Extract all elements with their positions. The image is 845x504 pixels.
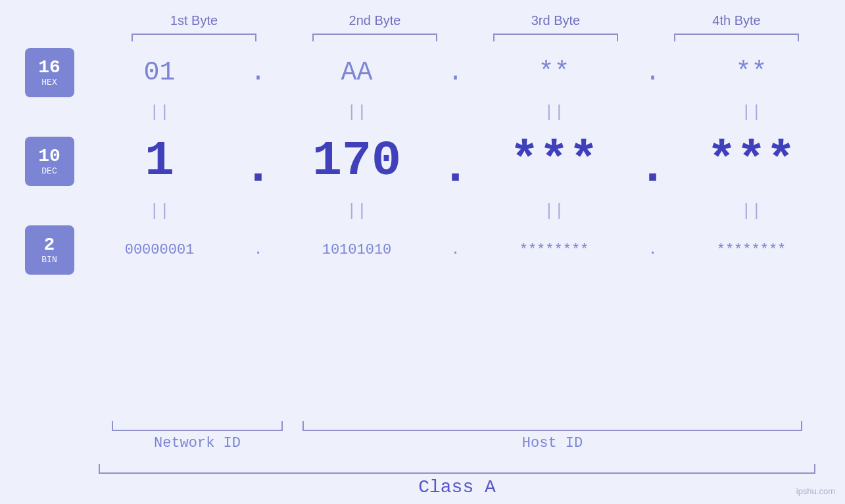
- bin-dot-2: .: [439, 242, 472, 258]
- bin-val-2: 10101010: [295, 242, 420, 258]
- bin-row: 2 BIN 00000001 . 10101010 . ******** . *…: [12, 225, 834, 275]
- bin-badge: 2 BIN: [25, 225, 74, 275]
- network-id-label: Network ID: [112, 435, 283, 451]
- bracket-4: [674, 34, 799, 41]
- hex-val-3: **: [492, 58, 617, 87]
- dec-val-2: 170: [295, 133, 420, 189]
- eq-row-2: || || || ||: [12, 196, 834, 225]
- bin-label: BIN: [41, 255, 57, 265]
- network-bracket: [112, 421, 283, 431]
- dec-number: 10: [38, 147, 60, 167]
- eq-1-3: ||: [492, 103, 617, 122]
- hex-row: 16 HEX 01 . AA . ** . **: [12, 48, 834, 97]
- hex-dot-1: .: [242, 58, 275, 87]
- bin-values: 00000001 . 10101010 . ******** . *******…: [87, 242, 824, 258]
- hex-values: 01 . AA . ** . **: [87, 58, 824, 87]
- byte-label-3: 3rd Byte: [490, 13, 621, 28]
- eq-2-3: ||: [492, 201, 617, 221]
- hex-val-1: 01: [97, 58, 222, 87]
- bottom-brackets: [99, 421, 832, 431]
- eq-row-1: || || || ||: [12, 97, 834, 127]
- eq-2-4: ||: [689, 201, 814, 221]
- watermark: ipshu.com: [796, 486, 835, 496]
- bin-val-4: ********: [689, 242, 814, 258]
- eq-vals-2: || || || ||: [87, 201, 824, 221]
- eq-vals-1: || || || ||: [87, 103, 824, 122]
- class-label: Class A: [99, 477, 815, 497]
- bracket-3: [493, 34, 618, 41]
- bin-badge-slot: 2 BIN: [12, 225, 87, 275]
- hex-dot-2: .: [439, 58, 472, 87]
- hex-number: 16: [38, 58, 60, 78]
- dec-badge: 10 DEC: [25, 137, 74, 186]
- class-bracket: [99, 464, 815, 474]
- hex-val-4: **: [689, 58, 814, 87]
- eq-1-4: ||: [689, 103, 814, 122]
- bin-val-3: ********: [492, 242, 617, 258]
- hex-label: HEX: [41, 78, 57, 87]
- top-brackets: [104, 34, 827, 41]
- bin-dot-3: .: [637, 242, 669, 258]
- bottom-section: Network ID Host ID: [99, 421, 832, 451]
- dec-val-3: ***: [492, 133, 617, 189]
- eq-2-2: ||: [295, 201, 420, 221]
- eq-1-1: ||: [97, 103, 222, 122]
- hex-dot-3: .: [637, 58, 669, 87]
- bracket-2: [312, 34, 437, 41]
- eq-1-2: ||: [295, 103, 420, 122]
- header-row: 1st Byte 2nd Byte 3rd Byte 4th Byte: [104, 13, 827, 28]
- bin-dot-1: .: [242, 242, 275, 258]
- dec-val-1: 1: [97, 133, 222, 189]
- byte-label-1: 1st Byte: [128, 13, 260, 28]
- class-bar: Class A: [99, 464, 832, 497]
- bin-number: 2: [44, 235, 55, 256]
- dec-values: 1 . 170 . *** . ***: [87, 127, 824, 196]
- dec-dot-1: .: [242, 127, 275, 196]
- host-id-label: Host ID: [302, 435, 802, 451]
- host-bracket: [302, 421, 802, 431]
- eq-2-1: ||: [97, 201, 222, 221]
- byte-label-4: 4th Byte: [671, 13, 802, 28]
- hex-badge: 16 HEX: [25, 48, 74, 97]
- hex-val-2: AA: [295, 58, 420, 87]
- bracket-1: [132, 34, 256, 41]
- dec-row: 10 DEC 1 . 170 . *** . ***: [12, 127, 834, 196]
- dec-dot-3: .: [637, 127, 669, 196]
- hex-badge-slot: 16 HEX: [12, 48, 87, 97]
- main-container: 1st Byte 2nd Byte 3rd Byte 4th Byte 16 H…: [0, 0, 845, 504]
- bin-val-1: 00000001: [97, 242, 222, 258]
- dec-dot-2: .: [439, 127, 472, 196]
- bottom-labels: Network ID Host ID: [99, 435, 832, 451]
- byte-label-2: 2nd Byte: [309, 13, 441, 28]
- dec-val-4: ***: [689, 133, 814, 189]
- dec-badge-slot: 10 DEC: [12, 137, 87, 186]
- dec-label: DEC: [41, 166, 57, 176]
